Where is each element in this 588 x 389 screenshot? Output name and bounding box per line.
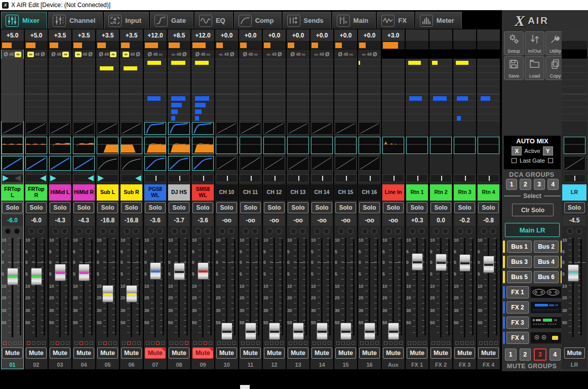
- stereo-link-icon[interactable]: ∞: [159, 52, 163, 57]
- stereo-link-icon[interactable]: ∞: [123, 52, 129, 57]
- channel-name[interactable]: CH 11: [240, 184, 261, 201]
- gain-knob[interactable]: [144, 42, 167, 50]
- phantom-48v-label[interactable]: 48: [153, 52, 158, 57]
- fader-value[interactable]: -oo: [311, 215, 332, 226]
- fader-cap[interactable]: [483, 256, 494, 273]
- mute-button[interactable]: Mute: [121, 347, 142, 359]
- fader-cap[interactable]: [459, 254, 471, 271]
- comp-thumbnail[interactable]: [216, 156, 238, 171]
- mute-button[interactable]: Mute: [407, 347, 427, 359]
- stereo-link-icon[interactable]: ∞: [302, 52, 306, 57]
- comp-thumbnail[interactable]: [2, 156, 23, 171]
- pan-control[interactable]: [97, 174, 119, 182]
- fader-track[interactable]: [154, 238, 156, 337]
- fader-value[interactable]: -6.0: [2, 215, 23, 226]
- mute-button[interactable]: Mute: [169, 347, 189, 359]
- gain-value[interactable]: +0.0: [263, 29, 286, 42]
- phantom-48v-label[interactable]: 48: [224, 52, 228, 57]
- phase-invert-icon[interactable]: Ø: [51, 52, 56, 57]
- fader-value[interactable]: -oo: [240, 215, 261, 226]
- phantom-48v-label[interactable]: 48: [104, 52, 109, 57]
- comp-thumbnail[interactable]: [25, 156, 47, 171]
- solo-button[interactable]: Solo: [335, 202, 356, 213]
- pan-control[interactable]: [478, 174, 499, 182]
- phantom-48v-label[interactable]: 48: [367, 52, 371, 57]
- solo-button[interactable]: Solo: [564, 202, 585, 213]
- comp-thumbnail[interactable]: [49, 156, 71, 171]
- channel-name[interactable]: Sub R: [121, 184, 142, 201]
- pan-control[interactable]: [216, 174, 238, 182]
- eq-thumbnail[interactable]: [311, 137, 333, 154]
- solo-button[interactable]: Solo: [478, 202, 499, 213]
- gain-knob[interactable]: [239, 42, 262, 50]
- gain-knob[interactable]: [191, 42, 214, 50]
- gain-value[interactable]: +12.0: [191, 29, 214, 42]
- fader-cap[interactable]: [568, 264, 579, 282]
- fader-value[interactable]: -16.8: [121, 215, 142, 226]
- gain-knob[interactable]: [287, 42, 309, 50]
- gain-value[interactable]: +3.5: [120, 29, 143, 42]
- phase-invert-icon[interactable]: Ø: [148, 52, 152, 57]
- gain-knob[interactable]: [96, 42, 119, 50]
- fader-track[interactable]: [35, 238, 37, 337]
- gain-value[interactable]: +0.0: [334, 29, 357, 42]
- solo-button[interactable]: Solo: [121, 202, 142, 213]
- eq-thumbnail[interactable]: [382, 137, 404, 154]
- comp-thumbnail[interactable]: [359, 156, 380, 171]
- gate-thumbnail[interactable]: [263, 122, 285, 135]
- fader-cap[interactable]: [150, 262, 161, 280]
- clear-solo-button[interactable]: Clr Solo: [512, 204, 554, 216]
- fader-track[interactable]: [83, 238, 85, 337]
- channel-name[interactable]: Line In: [382, 184, 404, 201]
- pan-control[interactable]: [430, 174, 452, 182]
- mute-button[interactable]: Mute: [383, 347, 404, 359]
- fader-cap[interactable]: [174, 263, 185, 280]
- main-lr-button[interactable]: Main LR: [505, 223, 560, 237]
- comp-thumbnail[interactable]: [240, 156, 261, 171]
- fader-value[interactable]: -3.6: [145, 215, 166, 226]
- channel-name[interactable]: CH 15: [335, 184, 357, 201]
- gain-knob[interactable]: [310, 42, 333, 50]
- pan-control[interactable]: [406, 174, 428, 182]
- stereo-link-icon[interactable]: ∞: [207, 52, 211, 57]
- fader-cap[interactable]: [364, 323, 375, 340]
- pan-control[interactable]: [359, 174, 380, 182]
- gain-value[interactable]: +12.0: [144, 29, 167, 42]
- comp-thumbnail[interactable]: [192, 156, 214, 171]
- fx-green-led-rack[interactable]: [530, 317, 562, 329]
- solo-button[interactable]: Solo: [192, 202, 213, 213]
- dca-group-2-button[interactable]: 2: [520, 179, 531, 190]
- eq-thumbnail[interactable]: [216, 137, 238, 154]
- auto-mix-x-button[interactable]: X: [512, 146, 522, 155]
- eq-thumbnail[interactable]: [73, 137, 95, 154]
- phase-invert-icon[interactable]: Ø: [195, 52, 200, 57]
- tab-gate[interactable]: Gate: [150, 12, 193, 29]
- eq-thumbnail[interactable]: [335, 137, 357, 154]
- auto-mix-y-button[interactable]: Y: [543, 146, 553, 155]
- mute-button[interactable]: Mute: [335, 347, 356, 359]
- channel-name[interactable]: CH 16: [359, 184, 380, 201]
- eq-thumbnail[interactable]: [564, 137, 585, 154]
- gain-knob[interactable]: [49, 42, 71, 50]
- comp-thumbnail[interactable]: [97, 156, 119, 171]
- channel-name[interactable]: Rtn 3: [454, 184, 476, 201]
- phase-invert-icon[interactable]: Ø: [291, 52, 295, 57]
- eq-thumbnail[interactable]: [240, 137, 261, 154]
- comp-thumbnail[interactable]: [168, 156, 190, 171]
- phantom-48v-label[interactable]: 48: [130, 52, 135, 57]
- fader-value[interactable]: -oo: [359, 215, 380, 226]
- fader-value[interactable]: -oo: [216, 215, 237, 226]
- comp-thumbnail[interactable]: [287, 156, 309, 171]
- fx-2-button[interactable]: FX 2: [506, 301, 529, 314]
- gate-thumbnail[interactable]: [73, 122, 95, 135]
- mute-button[interactable]: Mute: [264, 347, 285, 359]
- fader-track[interactable]: [464, 238, 466, 337]
- channel-name[interactable]: DJ HS: [168, 184, 190, 201]
- eq-thumbnail[interactable]: [192, 137, 214, 154]
- tab-eq[interactable]: EQ: [194, 12, 233, 29]
- gate-thumbnail[interactable]: [97, 122, 119, 135]
- fader-cap[interactable]: [245, 323, 256, 340]
- channel-name[interactable]: CH 10: [216, 184, 238, 201]
- gate-thumbnail[interactable]: [287, 122, 309, 135]
- gain-knob[interactable]: [120, 42, 143, 50]
